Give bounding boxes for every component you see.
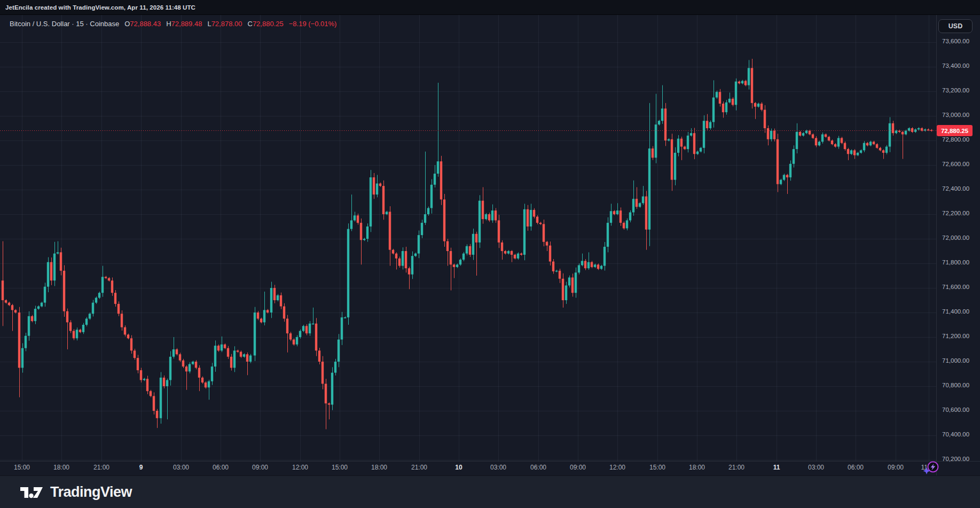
candle-body	[121, 314, 123, 327]
flash-icon[interactable]	[922, 459, 942, 476]
candle-body	[690, 133, 692, 136]
candle-body	[296, 337, 298, 345]
candle-body	[31, 316, 33, 321]
candle-body	[735, 82, 737, 105]
candle-body	[837, 138, 840, 146]
candle-body	[137, 358, 139, 370]
candle-body	[456, 264, 458, 267]
candle-body	[189, 364, 191, 372]
candle-body	[395, 254, 397, 259]
candle-body	[389, 212, 391, 249]
candle-body	[328, 403, 330, 404]
price-axis[interactable]: 73,600.0073,400.0073,200.0073,000.0072,8…	[936, 15, 980, 461]
candle-body	[217, 346, 219, 350]
candle-body	[341, 317, 343, 339]
candle-body	[237, 350, 239, 351]
candle-body	[728, 99, 731, 103]
candle-body	[568, 277, 570, 285]
candle-body	[153, 396, 155, 411]
high-label: H	[166, 20, 171, 28]
price-tick-label: 73,600.00	[942, 38, 969, 44]
candle-body	[363, 239, 365, 240]
change-value: −8.19 (−0.01%)	[289, 20, 337, 28]
candle-body	[514, 255, 516, 259]
candle-body	[857, 153, 859, 155]
candle-body	[866, 143, 868, 146]
candlestick-canvas[interactable]	[0, 15, 980, 475]
candle-body	[117, 304, 120, 314]
tradingview-logo-text: TradingView	[50, 484, 132, 501]
time-tick-label: 06:00	[206, 464, 236, 471]
candle-body	[302, 326, 304, 331]
candle-body	[479, 201, 481, 243]
candle-body	[677, 139, 679, 153]
candle-body	[283, 307, 285, 319]
currency-toggle-button[interactable]: USD	[938, 19, 973, 33]
candle-body	[488, 214, 490, 221]
candle-body	[211, 366, 213, 381]
time-tick-label: 06:00	[841, 464, 871, 471]
candle-body	[233, 350, 236, 368]
candle-body	[469, 246, 471, 255]
candle-body	[796, 132, 798, 149]
candle-body	[703, 121, 705, 148]
time-axis[interactable]: 15:0018:0021:00903:0006:0009:0012:0015:0…	[0, 461, 980, 475]
candle-body	[60, 252, 62, 271]
candle-body	[597, 264, 599, 269]
price-tick-label: 71,800.00	[942, 259, 969, 265]
candle-body	[527, 209, 529, 226]
candle-body	[408, 268, 410, 275]
candle-body	[338, 340, 340, 362]
candle-body	[571, 277, 574, 293]
attribution-bar: JetEncila created with TradingView.com, …	[0, 0, 980, 15]
tradingview-logo[interactable]: TradingView	[19, 484, 132, 501]
candle-body	[581, 261, 583, 265]
candle-body	[421, 223, 423, 235]
candle-body	[539, 223, 542, 224]
candle-body	[616, 210, 618, 214]
candle-body	[911, 128, 913, 132]
candle-body	[901, 132, 904, 135]
candle-body	[777, 139, 779, 184]
candle-body	[57, 252, 59, 253]
time-tick-label: 12:00	[602, 464, 632, 471]
candle-body	[179, 354, 181, 361]
candle-body	[402, 251, 404, 266]
candle-body	[173, 349, 175, 357]
candle-body	[462, 254, 465, 260]
candle-body	[227, 348, 229, 357]
candle-body	[315, 324, 317, 351]
high-value: 72,889.48	[171, 20, 202, 28]
candle-body	[309, 324, 311, 333]
candle-body	[293, 340, 295, 345]
candle-body	[398, 259, 401, 266]
candle-body	[198, 368, 200, 378]
candle-body	[150, 391, 152, 396]
candle-body	[927, 129, 929, 130]
candle-body	[610, 211, 612, 223]
symbol-legend[interactable]: Bitcoin / U.S. Dollar · 15 · CoinbaseO72…	[10, 20, 336, 28]
price-tick-label: 72,600.00	[942, 161, 969, 167]
candle-body	[520, 254, 522, 255]
candle-body	[482, 201, 484, 220]
candle-body	[773, 131, 775, 139]
price-tick-label: 71,200.00	[942, 333, 969, 339]
candle-body	[575, 272, 577, 293]
price-tick-label: 71,000.00	[942, 357, 969, 364]
candle-body	[671, 139, 673, 180]
candle-body	[140, 370, 142, 380]
candle-body	[246, 354, 248, 362]
price-tick-label: 70,400.00	[942, 431, 969, 437]
time-tick-label: 03:00	[166, 464, 196, 471]
candle-body	[472, 234, 474, 255]
candle-body	[757, 104, 759, 107]
candle-body	[706, 121, 708, 128]
candle-body	[257, 312, 259, 319]
candle-body	[453, 264, 455, 267]
candle-body	[680, 139, 683, 147]
chart-area: Bitcoin / U.S. Dollar · 15 · CoinbaseO72…	[0, 15, 980, 475]
candle-body	[163, 378, 165, 386]
candle-body	[536, 217, 538, 223]
candle-body	[700, 148, 702, 152]
candle-body	[716, 92, 718, 97]
